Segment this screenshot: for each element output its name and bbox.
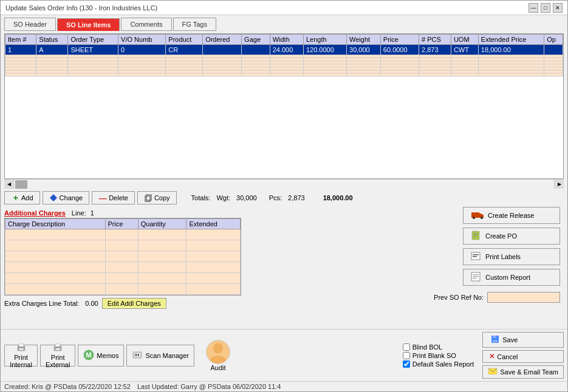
blind-bol-checkbox[interactable]	[403, 343, 410, 351]
col-op: Op	[544, 35, 563, 45]
scroll-thumb[interactable]	[15, 180, 27, 189]
charges-header: Additional Charges Line: 1	[4, 209, 247, 217]
scan-icon	[132, 350, 143, 361]
change-icon	[49, 194, 58, 202]
cell-order-type: SHEET	[68, 45, 118, 55]
col-charge-extended: Extended	[186, 219, 241, 229]
svg-rect-35	[493, 336, 496, 338]
print-internal-button[interactable]: Print Internal	[4, 345, 38, 367]
horizontal-scrollbar[interactable]: ◀ ▶	[4, 179, 564, 189]
tab-so-line-items[interactable]: SO Line Items	[57, 18, 120, 31]
window-title: Update Sales Order Info (130 - Iron Indu…	[5, 4, 157, 12]
window-controls: — □ ✕	[529, 3, 563, 13]
table-row[interactable]: 1 A SHEET 0 CR 24.000 120.0000 30,000 60…	[5, 45, 563, 55]
default-sales-report-label: Default Sales Report	[412, 360, 474, 368]
scroll-right-arrow[interactable]: ▶	[554, 180, 564, 189]
audit-button[interactable]: Audit	[210, 364, 225, 371]
col-charge-price: Price	[105, 219, 138, 229]
cell-product: CR	[166, 45, 203, 55]
tab-so-header[interactable]: SO Header	[4, 18, 56, 31]
col-ordered: Ordered	[203, 35, 242, 45]
scroll-left-arrow[interactable]: ◀	[4, 180, 14, 189]
print-blank-so-label: Print Blank SO	[412, 352, 456, 359]
created-label: Created:	[4, 383, 30, 390]
delete-icon: —	[98, 194, 107, 202]
col-order-type: Order Type	[68, 35, 118, 45]
col-price: Price	[380, 35, 419, 45]
create-release-button[interactable]: Create Release	[463, 207, 560, 224]
create-po-button[interactable]: Create PO	[463, 228, 560, 245]
svg-rect-1	[145, 196, 150, 201]
svg-rect-10	[473, 237, 476, 237]
print-internal-label1: Print	[14, 354, 28, 361]
copy-button[interactable]: Copy	[137, 191, 177, 204]
save-button[interactable]: Save	[482, 332, 564, 348]
prev-so-input[interactable]	[487, 292, 560, 303]
close-button[interactable]: ✕	[553, 3, 563, 13]
save-icon	[490, 334, 500, 345]
svg-rect-12	[473, 254, 479, 255]
svg-rect-36	[493, 340, 498, 342]
custom-report-button[interactable]: Custom Report	[463, 269, 560, 286]
add-button[interactable]: ＋ Add	[4, 191, 40, 204]
prev-so-label: Prev SO Ref No:	[434, 294, 484, 301]
truck-icon	[471, 210, 484, 221]
col-uom: UOM	[451, 35, 478, 45]
svg-point-5	[473, 217, 475, 219]
print-external-button[interactable]: Print External	[40, 345, 75, 367]
tab-fg-tags[interactable]: FG Tags	[173, 18, 216, 31]
change-button[interactable]: Change	[43, 191, 90, 204]
col-length: Length	[303, 35, 346, 45]
totals-area: Totals: Wgt: 30,000 Pcs: 2,873 18,000.00	[191, 194, 353, 201]
svg-rect-23	[55, 348, 60, 350]
print-labels-button[interactable]: Print Labels	[463, 248, 560, 265]
print-internal-label2: Internal	[10, 361, 32, 368]
col-charge-qty: Quantity	[138, 219, 186, 229]
action-buttons-row: ＋ Add Change — Delete Copy Totals:	[4, 189, 564, 207]
updated-label: Last Updated:	[137, 383, 179, 390]
charges-table-row	[5, 251, 241, 262]
cell-vo-numb: 0	[118, 45, 166, 55]
maximize-button[interactable]: □	[541, 3, 550, 13]
col-charge-desc: Charge Description	[5, 219, 106, 229]
save-cancel-area: Save ✕ Cancel Save & Email Team	[482, 332, 564, 379]
line-items-table-container[interactable]: Item # Status Order Type V/O Numb Produc…	[4, 33, 564, 179]
charges-table-row	[5, 240, 241, 251]
cell-extended-price: 18,000.00	[478, 45, 544, 55]
default-sales-report-checkbox[interactable]	[403, 360, 410, 368]
charges-title: Additional Charges	[4, 209, 66, 217]
audit-avatar	[206, 340, 230, 364]
extra-charges-label: Extra Charges Line Total:	[4, 300, 79, 307]
print-external-label1: Print	[51, 354, 65, 361]
bottom-bar: Print Internal Print External M	[1, 329, 567, 381]
audit-button-area: Audit	[197, 340, 239, 371]
right-buttons: Create Release Create PO	[463, 207, 560, 286]
cancel-icon: ✕	[489, 353, 494, 360]
tab-comments[interactable]: Comments	[121, 18, 171, 31]
table-row[interactable]	[5, 73, 563, 76]
cancel-button[interactable]: ✕ Cancel	[482, 350, 564, 363]
cell-status: A	[36, 45, 68, 55]
status-bar: Created: Kris @ PSData 05/22/2020 12:52 …	[1, 381, 567, 391]
created-value: Kris @ PSData 05/22/2020 12:52	[32, 383, 131, 390]
cell-ordered	[203, 45, 242, 55]
cell-op	[544, 45, 563, 55]
memos-button[interactable]: M Memos	[78, 345, 124, 367]
minimize-button[interactable]: —	[529, 3, 538, 13]
scroll-track[interactable]	[14, 180, 554, 189]
blind-bol-label: Blind BOL	[412, 343, 443, 351]
svg-rect-8	[473, 233, 478, 234]
save-email-button[interactable]: Save & Email Team	[482, 365, 564, 379]
charges-table-row	[5, 262, 241, 273]
charges-table-row	[5, 273, 241, 284]
delete-button[interactable]: — Delete	[92, 191, 135, 204]
svg-rect-17	[473, 278, 476, 279]
col-vo-numb: V/O Numb	[118, 35, 166, 45]
scan-manager-button[interactable]: Scan Manager	[126, 345, 194, 367]
svg-point-6	[481, 217, 483, 219]
add-icon: ＋	[11, 194, 19, 202]
print-external-label2: External	[46, 361, 70, 368]
col-product: Product	[166, 35, 203, 45]
edit-charges-button[interactable]: Edit Addl Charges	[102, 298, 166, 309]
print-blank-so-checkbox[interactable]	[403, 352, 410, 359]
